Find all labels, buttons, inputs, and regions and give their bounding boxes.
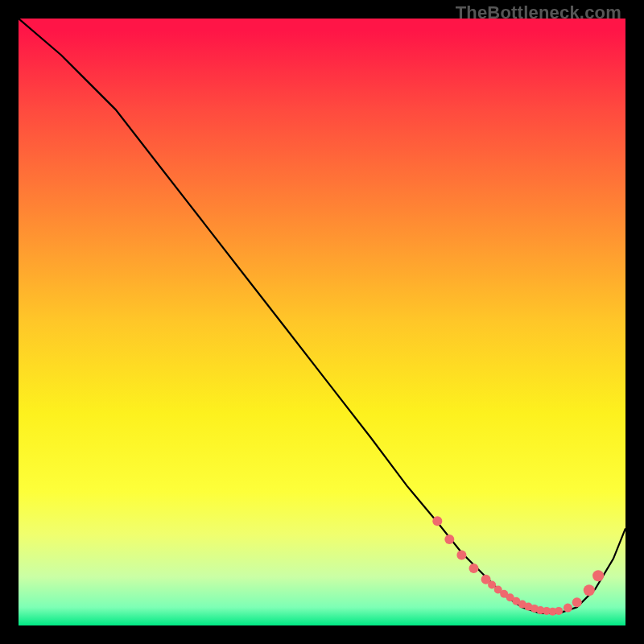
chart-svg [19,19,625,625]
chart-dot [469,564,479,573]
chart-dot [555,607,563,615]
chart-frame [19,19,625,625]
chart-curve [19,19,625,613]
chart-dots-group [432,516,604,615]
chart-dot [456,551,466,560]
chart-dot [572,597,582,607]
chart-dot [592,570,604,581]
chart-dot [584,584,595,596]
watermark-text: TheBottleneck.com [456,2,621,23]
chart-dot [432,516,442,526]
chart-dot [444,535,454,544]
chart-dot [564,604,572,613]
